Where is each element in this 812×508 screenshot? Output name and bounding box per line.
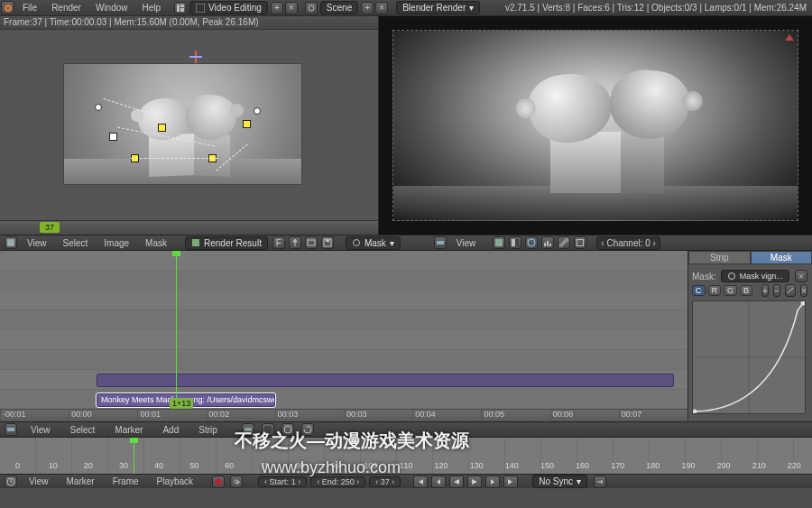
menu-render[interactable]: Render	[44, 3, 88, 13]
dropdown-arrow-icon: ▾	[577, 476, 581, 486]
current-frame-field[interactable]: ‹ 37 ›	[369, 476, 401, 487]
svg-rect-2	[177, 5, 180, 12]
prev-keyframe-icon[interactable]	[431, 476, 446, 488]
curve-channel-r[interactable]: R	[708, 285, 722, 296]
tab-strip[interactable]: Strip	[688, 251, 751, 264]
image-editor-slider[interactable]: 37	[0, 220, 378, 235]
vse-menu-select[interactable]: Select	[56, 238, 96, 248]
jump-end-icon[interactable]	[503, 476, 518, 488]
tl-menu-marker[interactable]: Marker	[60, 476, 102, 486]
zebra-icon[interactable]	[558, 236, 570, 249]
safe-areas-icon[interactable]	[574, 236, 586, 249]
vse-menu-image[interactable]: Image	[97, 238, 136, 248]
screen-add-icon[interactable]: +	[271, 2, 283, 14]
fake-user-button[interactable]: F	[272, 236, 285, 249]
channel-label: Channel:	[606, 238, 642, 248]
curve-channel-c[interactable]: C	[692, 285, 706, 296]
sequencer-time-ruler[interactable]: -00:0100:0000:0100:0200:0300:0300:0400:0…	[0, 409, 687, 421]
render-preview[interactable]	[63, 63, 302, 185]
image-add-icon[interactable]	[305, 236, 318, 249]
curve-channel-g[interactable]: G	[724, 285, 737, 296]
timeline-playhead[interactable]	[134, 438, 134, 474]
mask-edge[interactable]	[131, 158, 217, 159]
image-datablock-selector[interactable]: Render Result	[185, 236, 268, 250]
editor-type-sequencer-icon[interactable]	[5, 423, 17, 436]
play-reverse-icon[interactable]	[449, 476, 464, 488]
current-frame-indicator[interactable]: 37	[40, 222, 60, 233]
keyingset-icon[interactable]	[230, 476, 243, 488]
screen-layout-prev-icon[interactable]	[174, 2, 187, 14]
tl-menu-playback[interactable]: Playback	[150, 476, 201, 486]
seq-menu-view[interactable]: View	[23, 425, 58, 435]
svg-rect-14	[495, 239, 503, 246]
menu-window[interactable]: Window	[88, 3, 135, 13]
editor-type-vse-icon[interactable]	[434, 236, 447, 249]
end-frame-field[interactable]: ‹ End: 250 ›	[310, 476, 365, 487]
image-editor-viewport[interactable]: Frame:37 | Time:00:00.03 | Mem:15.60M (0…	[0, 16, 379, 235]
mask-mode-selector[interactable]: Mask ▾	[346, 236, 401, 250]
image-save-icon[interactable]	[321, 236, 334, 249]
scene-icon[interactable]	[305, 2, 318, 14]
mask-field-label: Mask:	[692, 272, 716, 282]
render-engine-label: Blender Render	[402, 3, 466, 13]
start-frame-field[interactable]: ‹ Start: 1 ›	[258, 476, 307, 487]
mask-handle[interactable]	[158, 124, 166, 132]
tl-menu-view[interactable]: View	[22, 476, 56, 486]
menu-help[interactable]: Help	[135, 3, 169, 13]
render-pedestal-side	[621, 132, 664, 193]
display-mode-image-icon[interactable]	[493, 236, 505, 249]
seq-menu-select[interactable]: Select	[63, 425, 103, 435]
pivot-gizmo-icon[interactable]	[189, 51, 202, 63]
display-mode-chroma-icon[interactable]	[525, 236, 538, 249]
mask-vertex[interactable]	[254, 107, 261, 115]
seq-menu-strip[interactable]: Strip	[191, 425, 225, 435]
curve-editor[interactable]	[692, 300, 806, 414]
channel-value: 0	[645, 238, 651, 248]
tab-mask[interactable]: Mask	[751, 251, 813, 264]
vse-menu-view[interactable]: View	[20, 238, 54, 248]
seq-menu-add[interactable]: Add	[155, 425, 186, 435]
svg-rect-8	[192, 239, 199, 246]
scene-add-icon[interactable]: +	[361, 2, 374, 14]
editor-type-image-icon[interactable]	[5, 236, 17, 249]
auto-keyframe-icon[interactable]	[212, 476, 225, 488]
svg-rect-11	[326, 239, 329, 242]
sequencer-tracks[interactable]: Monkey Meets Machine.png: /Users/davidmc…	[0, 251, 687, 421]
tl-menu-frame[interactable]: Frame	[106, 476, 146, 486]
blender-icon[interactable]	[1, 1, 14, 14]
display-mode-histogram-icon[interactable]	[541, 236, 554, 249]
channel-field[interactable]: ‹ Channel: 0 ›	[596, 236, 660, 250]
screen-del-icon[interactable]: ×	[285, 2, 298, 14]
mask-datablock-selector[interactable]: Mask vign...	[721, 270, 789, 282]
sync-mode-selector[interactable]: No Sync ▾	[532, 475, 587, 488]
sequencer-playhead[interactable]	[176, 251, 177, 421]
seq-menu-marker[interactable]: Marker	[107, 425, 150, 435]
editor-type-timeline-icon[interactable]	[5, 476, 17, 488]
mask-vertex[interactable]	[95, 104, 102, 111]
mask-vertex-active[interactable]	[109, 133, 117, 141]
scene-del-icon[interactable]: ×	[375, 2, 388, 14]
vse-menu-mask[interactable]: Mask	[138, 238, 174, 248]
play-icon[interactable]	[467, 476, 482, 488]
curve-channel-b[interactable]: B	[740, 285, 752, 296]
mask-unlink-icon[interactable]: ×	[795, 270, 807, 282]
jump-start-icon[interactable]	[413, 476, 428, 488]
mask-handle[interactable]	[243, 120, 251, 128]
display-mode-luma-icon[interactable]	[509, 236, 521, 249]
playback-followcursor-icon[interactable]	[594, 476, 606, 488]
render-engine-selector[interactable]: Blender Render ▾	[396, 1, 480, 14]
svg-rect-16	[512, 239, 515, 246]
next-keyframe-icon[interactable]	[485, 476, 500, 488]
menu-file[interactable]: File	[15, 3, 44, 13]
preview-menu-view[interactable]: View	[449, 238, 484, 248]
curve-reset-icon[interactable]: ×	[800, 284, 807, 297]
timeline-frame-numbers: 0102030405060708090100110120130140150160…	[0, 461, 812, 470]
image-pin-icon[interactable]	[289, 236, 301, 249]
vse-preview-viewport[interactable]	[379, 16, 812, 235]
screen-layout-selector[interactable]: Video Editing	[189, 1, 268, 14]
preview-ear-right	[230, 104, 244, 117]
curve-zoom-out-icon[interactable]: −	[773, 284, 780, 297]
curve-zoom-in-icon[interactable]: +	[761, 284, 769, 297]
curve-tools-icon[interactable]	[785, 284, 796, 297]
scene-selector[interactable]: Scene	[320, 1, 358, 14]
